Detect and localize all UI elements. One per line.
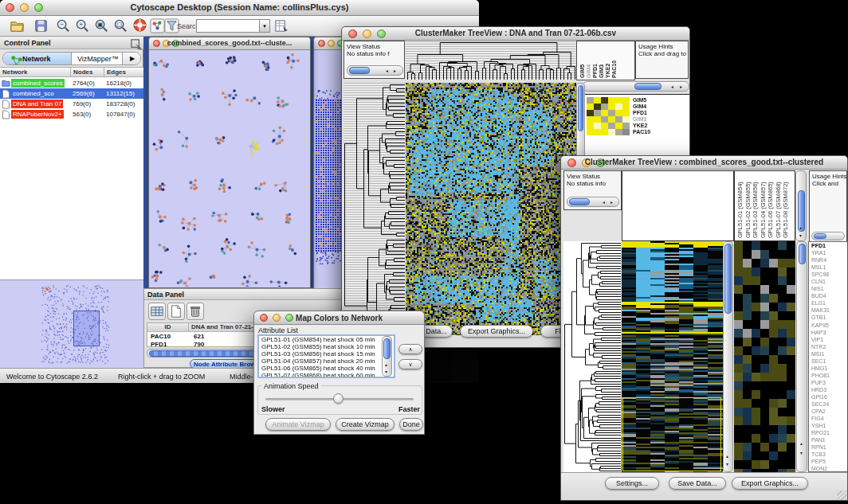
cluster-hscrollbar[interactable]: ◂▸: [583, 81, 689, 92]
gene-label[interactable]: RPO21: [809, 429, 848, 436]
matrix-cell[interactable]: [615, 123, 622, 129]
detail-heatmap-canvas[interactable]: [734, 241, 795, 472]
matrix-cell[interactable]: [615, 110, 622, 116]
gene-label[interactable]: YSH1: [809, 422, 848, 429]
matrix-cell[interactable]: [601, 116, 608, 123]
zoom-out-icon[interactable]: −: [56, 18, 71, 33]
network-tree-row[interactable]: DNA and Tran 07769(0)183728(0): [0, 99, 143, 109]
matrix-cell[interactable]: [608, 116, 615, 123]
plugin-network-icon[interactable]: [150, 18, 165, 33]
annotation-table-icon[interactable]: [274, 18, 289, 33]
column-tree-panel[interactable]: [622, 170, 734, 241]
gene-label[interactable]: PHO81: [809, 372, 848, 379]
matrix-cell[interactable]: [608, 129, 615, 135]
gene-label[interactable]: BUD4: [809, 292, 848, 299]
column-header-id[interactable]: ID: [147, 323, 189, 331]
matrix-cell[interactable]: [587, 104, 594, 110]
gene-label[interactable]: ELG1: [809, 299, 848, 307]
zoom-selected-icon[interactable]: ▢: [113, 18, 128, 33]
network-canvas-2[interactable]: [314, 50, 344, 288]
gene-label[interactable]: PAN1: [809, 436, 848, 443]
zoom-fit-icon[interactable]: ▣: [94, 18, 109, 33]
attribute-list-item[interactable]: GPL51-07 (GSM868) heat shock 60 min: [259, 372, 394, 378]
save-icon[interactable]: [33, 18, 49, 33]
minimize-icon[interactable]: [328, 40, 335, 47]
gene-label[interactable]: NIS1: [809, 285, 848, 292]
matrix-cell[interactable]: [601, 110, 608, 116]
network-canvas-1[interactable]: [150, 50, 309, 287]
gene-label[interactable]: MON2: [809, 465, 848, 472]
export-graphics-button[interactable]: Export Graphics...: [460, 325, 533, 338]
matrix-cell[interactable]: [622, 110, 630, 116]
attribute-list-item[interactable]: GPL51-04 (GSM857) heat shock 20 min: [259, 357, 394, 365]
gene-label[interactable]: SEC1: [809, 357, 848, 365]
gene-label[interactable]: MSL1: [809, 264, 848, 271]
attribute-list-item[interactable]: GPL51-06 (GSM865) heat shock 40 min: [259, 365, 394, 372]
gene-label[interactable]: RNR4: [809, 256, 848, 264]
network-tree-row[interactable]: combined_scores2764(0)16218(0): [0, 78, 143, 88]
close-icon[interactable]: [318, 40, 325, 47]
matrix-cell[interactable]: [608, 110, 615, 116]
help-lifering-icon[interactable]: [132, 18, 147, 33]
tab-overflow-arrow-icon[interactable]: ▶: [123, 53, 141, 65]
row-dendrogram-canvas[interactable]: [344, 83, 405, 335]
cluster-matrix[interactable]: [587, 97, 630, 135]
table-grid-icon[interactable]: [148, 303, 166, 320]
gene-label[interactable]: HAP3: [809, 329, 848, 336]
matrix-cell[interactable]: [587, 129, 594, 135]
column-header-nodes[interactable]: Nodes: [71, 68, 104, 77]
search-dropdown-icon[interactable]: ▾: [260, 19, 270, 33]
resize-grip[interactable]: [837, 490, 846, 500]
matrix-cell[interactable]: [587, 116, 594, 123]
done-button[interactable]: Done: [399, 418, 423, 431]
gene-label[interactable]: HRD3: [809, 386, 848, 393]
animate-vizmap-button[interactable]: Animate Vizmap: [265, 418, 331, 431]
matrix-cell[interactable]: [601, 97, 608, 104]
labels-vscrollbar[interactable]: ▴▾: [795, 170, 807, 241]
matrix-cell[interactable]: [608, 104, 615, 110]
tab-vizmapper[interactable]: VizMapper™: [72, 53, 123, 65]
gene-label[interactable]: YRA1: [809, 249, 848, 256]
birdseye-canvas[interactable]: [2, 282, 142, 368]
matrix-cell[interactable]: [594, 116, 601, 123]
matrix-cell[interactable]: [587, 97, 594, 104]
matrix-cell[interactable]: [587, 110, 594, 116]
matrix-cell[interactable]: [587, 123, 594, 129]
matrix-cell[interactable]: [594, 123, 601, 129]
matrix-cell[interactable]: [608, 97, 615, 104]
matrix-cell[interactable]: [601, 129, 608, 135]
export-graphics-button[interactable]: Export Graphics...: [732, 477, 808, 490]
gene-label[interactable]: HMG1: [809, 365, 848, 372]
matrix-cell[interactable]: [601, 104, 608, 110]
open-folder-icon[interactable]: [10, 18, 25, 33]
gene-label[interactable]: TCB3: [809, 451, 848, 458]
attribute-list-vscrollbar[interactable]: ▴▾: [382, 336, 392, 377]
gene-label[interactable]: GPI16: [809, 393, 848, 400]
gene-label[interactable]: SEC24: [809, 400, 848, 408]
matrix-cell[interactable]: [594, 104, 601, 110]
search-input[interactable]: [196, 19, 260, 33]
gene-label[interactable]: PFD1: [809, 242, 848, 249]
slider-thumb[interactable]: [333, 393, 344, 404]
matrix-cell[interactable]: [622, 97, 630, 104]
usage-hscrollbar[interactable]: [811, 232, 845, 240]
network-tree-row[interactable]: RNAPuberNov2+563(0)107847(0): [0, 109, 143, 119]
column-header-network[interactable]: Network: [0, 68, 71, 77]
heatmap-canvas[interactable]: [622, 241, 723, 472]
move-up-button[interactable]: ∧: [398, 344, 422, 354]
view-status-hscrollbar[interactable]: ◂▸: [347, 65, 403, 76]
gene-label[interactable]: VIP1: [809, 336, 848, 343]
matrix-cell[interactable]: [608, 123, 615, 129]
matrix-cell[interactable]: [594, 110, 601, 116]
view-status-hscrollbar[interactable]: ◂▸: [567, 197, 619, 207]
gene-label[interactable]: PUF3: [809, 379, 848, 386]
main-titlebar[interactable]: Cytoscape Desktop (Session Name: collins…: [0, 0, 479, 16]
matrix-cell[interactable]: [615, 116, 622, 123]
settings-button[interactable]: Settings...: [605, 477, 659, 490]
gene-label[interactable]: NTR2: [809, 343, 848, 350]
row-dendrogram-canvas[interactable]: [563, 241, 621, 472]
gene-label[interactable]: FIG4: [809, 415, 848, 422]
gene-list-vscrollbar[interactable]: ▴▾: [796, 241, 807, 472]
gene-label[interactable]: CPA2: [809, 408, 848, 415]
gene-label[interactable]: GTB1: [809, 314, 848, 321]
